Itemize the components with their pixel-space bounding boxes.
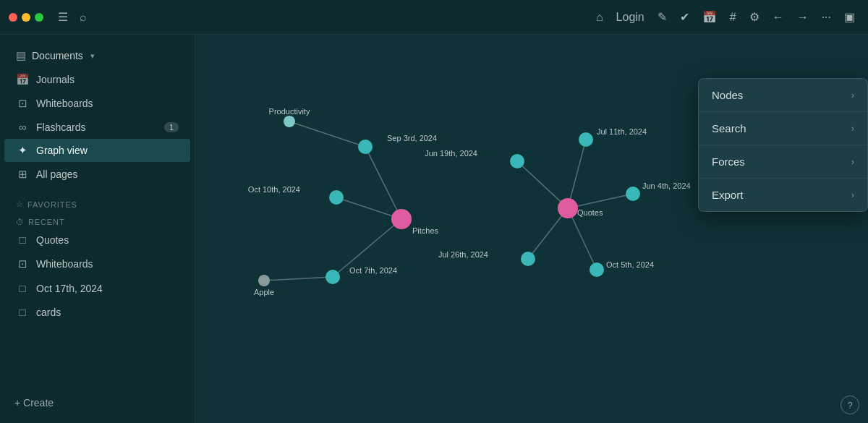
more-icon[interactable]: ···	[817, 8, 835, 27]
sidebar-item-journals[interactable]: 📅 Journals	[4, 68, 190, 91]
sidebar-item-label: Whiteboards	[36, 258, 93, 270]
svg-point-32	[590, 262, 604, 277]
svg-point-24	[579, 132, 593, 147]
svg-point-16	[391, 209, 412, 229]
documents-chevron: ▾	[90, 51, 95, 61]
svg-line-0	[289, 121, 365, 147]
sidebar-item-whiteboards[interactable]: ⊡ Whiteboards	[4, 92, 190, 115]
documents-section[interactable]: ▤ Documents ▾	[4, 42, 190, 67]
login-button[interactable]: Login	[612, 8, 649, 27]
flashcards-badge: 1	[164, 122, 179, 132]
context-menu-nodes-label: Nodes	[712, 89, 743, 101]
svg-text:Oct 7th, 2024: Oct 7th, 2024	[349, 266, 397, 275]
graph-content[interactable]: .node-label { fill: rgba(255,255,255,0.7…	[195, 35, 868, 423]
home-icon[interactable]: ⌂	[592, 8, 608, 27]
svg-point-10	[284, 116, 295, 127]
graph-nodes: Productivity Sep 3rd, 2024 Oct 10th, 202…	[248, 107, 691, 296]
nodes-chevron-icon: ›	[851, 90, 854, 101]
svg-point-22	[510, 154, 524, 168]
all-pages-icon: ⊞	[16, 168, 29, 181]
sidebar-item-label: Quotes	[36, 234, 69, 246]
sidebar-item-cards[interactable]: □ cards	[4, 301, 190, 323]
documents-icon: ▤	[16, 49, 26, 62]
check-icon[interactable]: ✔	[676, 7, 694, 27]
context-menu-item-search[interactable]: Search ›	[699, 112, 867, 145]
svg-text:Oct 5th, 2024: Oct 5th, 2024	[606, 260, 654, 269]
sidebar-item-all-pages[interactable]: ⊞ All pages	[4, 163, 190, 186]
context-menu: Nodes › Search › Forces › Export ›	[698, 78, 868, 212]
context-menu-forces-label: Forces	[712, 155, 745, 168]
forces-chevron-icon: ›	[851, 157, 854, 167]
sidebar-item-label: Whiteboards	[36, 98, 93, 109]
sidebar-main-section: ▤ Documents ▾ 📅 Journals ⊡ Whiteboards ∞…	[0, 35, 195, 192]
context-menu-search-label: Search	[712, 122, 746, 134]
documents-label: Documents	[32, 50, 83, 61]
svg-point-18	[258, 275, 270, 286]
context-menu-export-label: Export	[712, 189, 743, 201]
svg-text:Sep 3rd, 2024: Sep 3rd, 2024	[387, 134, 437, 142]
svg-line-1	[365, 147, 401, 219]
svg-point-12	[358, 140, 373, 154]
sidebar-item-whiteboards-recent[interactable]: ⊡ Whiteboards	[4, 252, 190, 275]
back-icon[interactable]: ←	[768, 8, 788, 27]
search-icon[interactable]: ⌕	[77, 8, 90, 27]
cards-icon: □	[16, 306, 29, 318]
minimize-button[interactable]	[22, 13, 30, 22]
traffic-lights	[9, 13, 43, 22]
titlebar: ☰ ⌕ ⌂ Login ✎ ✔ 📅 # ⚙ ← → ··· ▣	[0, 0, 868, 35]
sidebar: ▤ Documents ▾ 📅 Journals ⊡ Whiteboards ∞…	[0, 35, 195, 423]
create-button[interactable]: + Create	[0, 391, 195, 414]
whiteboards-icon: ⊡	[16, 97, 29, 110]
recent-label: RECENT	[28, 218, 65, 226]
favorites-star-icon: ☆	[16, 200, 23, 209]
sidebar-item-flashcards[interactable]: ∞ Flashcards 1	[4, 116, 190, 138]
forward-icon[interactable]: →	[793, 8, 813, 27]
sidebar-item-label: All pages	[36, 168, 78, 180]
extensions-icon[interactable]: ⚙	[745, 7, 764, 27]
help-button[interactable]: ?	[841, 396, 859, 414]
recent-section-header: ⏱ RECENT	[4, 213, 190, 228]
svg-line-6	[568, 140, 586, 208]
context-menu-item-export[interactable]: Export ›	[699, 179, 867, 211]
edit-icon[interactable]: ✎	[653, 7, 671, 27]
quotes-icon: □	[16, 234, 29, 246]
svg-text:Oct 10th, 2024: Oct 10th, 2024	[248, 185, 300, 194]
hash-icon[interactable]: #	[726, 8, 741, 27]
sidebar-item-quotes[interactable]: □ Quotes	[4, 228, 190, 251]
whiteboards-recent-icon: ⊡	[16, 257, 29, 270]
sidebar-item-label: Graph view	[36, 145, 88, 156]
svg-line-9	[568, 208, 597, 270]
context-menu-item-nodes[interactable]: Nodes ›	[699, 79, 867, 112]
favorites-label: FAVORITES	[27, 200, 77, 209]
close-button[interactable]	[9, 13, 17, 22]
svg-text:Pitches: Pitches	[412, 226, 439, 235]
sidebar-item-graph-view[interactable]: ✦ Graph view	[4, 139, 190, 162]
favorites-section-header: ☆ FAVORITES	[4, 195, 190, 210]
svg-point-14	[329, 190, 344, 205]
context-menu-item-forces[interactable]: Forces ›	[699, 145, 867, 179]
svg-point-28	[558, 198, 578, 218]
sidebar-item-label: cards	[36, 307, 61, 318]
maximize-button[interactable]	[35, 13, 43, 22]
sidebar-item-label: Journals	[36, 74, 75, 85]
calendar-icon[interactable]: 📅	[698, 7, 721, 27]
svg-text:Jul 26th, 2024: Jul 26th, 2024	[438, 250, 488, 259]
sidebar-item-label: Oct 17th, 2024	[36, 283, 103, 294]
svg-text:Apple: Apple	[254, 288, 274, 296]
journals-icon: 📅	[16, 73, 29, 86]
svg-point-26	[626, 187, 640, 201]
svg-point-20	[326, 270, 340, 284]
svg-text:Quotes: Quotes	[577, 208, 603, 217]
svg-text:Jun 19th, 2024: Jun 19th, 2024	[425, 149, 477, 158]
svg-text:Jul 11th, 2024: Jul 11th, 2024	[597, 127, 647, 136]
graph-view-icon: ✦	[16, 144, 29, 157]
svg-line-5	[517, 161, 568, 208]
menu-icon[interactable]: ☰	[55, 7, 71, 27]
svg-text:Jun 4th, 2024: Jun 4th, 2024	[642, 181, 691, 190]
sidebar-item-oct17[interactable]: □ Oct 17th, 2024	[4, 277, 190, 299]
sidebar-toggle-icon[interactable]: ▣	[840, 7, 859, 27]
sidebar-item-label: Flashcards	[36, 121, 85, 133]
oct17-icon: □	[16, 282, 29, 294]
titlebar-actions: ⌂ Login ✎ ✔ 📅 # ⚙ ← → ··· ▣	[592, 7, 859, 27]
search-chevron-icon: ›	[851, 124, 854, 134]
